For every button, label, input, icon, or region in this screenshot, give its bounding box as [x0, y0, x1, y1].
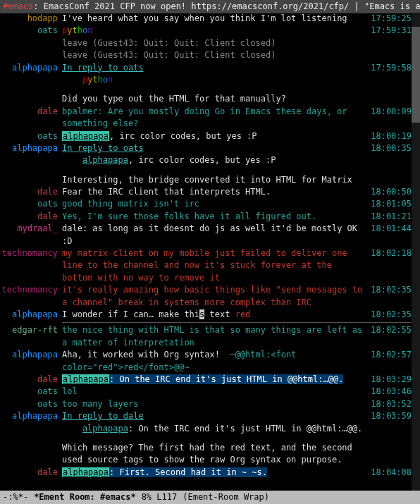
timestamp: 18:01:44	[368, 223, 412, 235]
timestamp: 17:59:25	[368, 13, 412, 25]
message-row: alphapapa Aha, it worked with Org syntax…	[0, 349, 412, 374]
message-row: dale alphapapa: On the IRC end it's just…	[0, 374, 412, 386]
nick: alphapapa	[0, 142, 62, 154]
message-text: too many layers	[62, 398, 368, 410]
message-row: alphapapa I wonder if I can… make this t…	[0, 309, 412, 321]
message-text: alphapapa: First. Second had it in ~ ~s.	[62, 467, 368, 479]
titlebar: #emacs : EmacsConf 2021 CFP now open! ht…	[0, 0, 420, 13]
message-row: oats too many layers 18:03:52	[0, 398, 412, 410]
mention[interactable]: alphapapa	[62, 467, 109, 477]
message-text: In reply to oats alphapapa, irc color co…	[62, 142, 368, 167]
message-text: Did you type out the HTML for that manua…	[62, 86, 368, 105]
mention[interactable]: alphapapa	[62, 374, 109, 384]
message-row: Which message? The first had the red tex…	[0, 435, 412, 467]
timestamp: 17:59:58	[368, 62, 412, 74]
message-text: Which message? The first had the red tex…	[62, 435, 368, 467]
message-row: alphapapa In reply to oats python 17:59:…	[0, 62, 412, 87]
timestamp: 18:02:35	[368, 309, 412, 321]
timestamp: 18:00:50	[368, 186, 412, 198]
leave-notice: leave (Guest43: Quit: Quit: Client close…	[62, 49, 368, 61]
nick: oats	[0, 130, 62, 142]
modeline-buffer: *Ement Room: #emacs*	[34, 491, 136, 503]
message-row: alphapapa In reply to oats alphapapa, ir…	[0, 142, 412, 167]
message-row: alphapapa In reply to dale alphapapa: On…	[0, 410, 412, 435]
mention-link[interactable]: alphapapa	[82, 155, 128, 165]
message-row: hodapp I've heard what you say when you …	[0, 13, 412, 25]
message-row: oats lol 18:03:46	[0, 386, 412, 398]
mention-link[interactable]: alphapapa	[82, 424, 128, 434]
nick: technomancy	[0, 247, 62, 259]
modeline-position: 8% L117	[142, 491, 178, 503]
mention[interactable]: alphapapa	[62, 131, 109, 141]
nick: hodapp	[0, 13, 62, 25]
timestamp: 18:03:46	[368, 386, 412, 398]
message-row: dale Yes, I'm sure those folks have it a…	[0, 211, 412, 223]
message-row: technomancy it's really amazing how basi…	[0, 284, 412, 309]
timestamp: 18:03:52	[368, 398, 412, 410]
timestamp: 18:02:18	[368, 247, 412, 259]
message-text: lol	[62, 386, 368, 398]
leave-notice: leave (Guest43: Quit: Quit: Client close…	[62, 37, 368, 49]
message-text: the nice thing with HTML is that so many…	[62, 324, 368, 349]
timestamp: 18:04:08	[368, 467, 412, 479]
nick: dale	[0, 467, 62, 479]
message-text: dale: as long as it doesnt do js as well…	[62, 223, 368, 247]
timestamp: 18:00:09	[368, 106, 412, 118]
message-row: technomancy my matrix client on my mobil…	[0, 247, 412, 284]
separator	[62, 322, 412, 323]
message-row: edgar-rft the nice thing with HTML is th…	[0, 324, 412, 349]
message-text: In reply to oats python	[62, 62, 368, 87]
message-text: Interesting, the bridge converted it int…	[62, 167, 368, 186]
system-row: leave (Guest43: Quit: Quit: Client close…	[0, 37, 412, 49]
message-row: Interesting, the bridge converted it int…	[0, 167, 412, 186]
nick: alphapapa	[0, 62, 62, 74]
message-row: dale alphapapa: First. Second had it in …	[0, 467, 412, 479]
nick: dale	[0, 374, 62, 386]
nick: alphapapa	[0, 410, 62, 422]
message-row: dale Fear the IRC client that interprets…	[0, 186, 412, 198]
nick: oats	[0, 25, 62, 37]
nick: dale	[0, 186, 62, 198]
scrollbar-thumb[interactable]	[412, 27, 420, 123]
chat-log: hodapp I've heard what you say when you …	[0, 13, 412, 491]
modeline: -:%*- *Ement Room: #emacs* 8% L117 (Emen…	[0, 491, 420, 504]
reply-link[interactable]: In reply to dale	[62, 411, 144, 421]
reply-link[interactable]: In reply to oats	[62, 143, 144, 153]
scrollbar[interactable]	[412, 13, 420, 491]
timestamp: 18:02:35	[368, 284, 412, 296]
timestamp: 18:00:19	[368, 130, 412, 142]
nick: oats	[0, 198, 62, 210]
timestamp: 18:02:57	[368, 349, 412, 361]
timestamp: 18:00:35	[368, 142, 412, 154]
message-text: I wonder if I can… make this text red	[62, 309, 368, 321]
reply-link[interactable]: In reply to oats	[62, 63, 144, 73]
modeline-flags: -:%*-	[3, 491, 28, 503]
message-text: it's really amazing how basic things lik…	[62, 284, 368, 309]
timestamp: 18:03:29	[368, 374, 412, 386]
channel-name: #emacs	[3, 1, 33, 13]
message-text: my matrix client on my mobile just faile…	[62, 247, 368, 284]
timestamp: 18:01:21	[368, 211, 412, 223]
nick: oats	[0, 398, 62, 410]
message-text: python	[62, 25, 368, 37]
nick: mydraal_	[0, 223, 62, 235]
message-text: alphapapa, irc color codes, but yes :P	[62, 130, 368, 142]
message-text: bpalmer: Are you mostly doing Go in Emac…	[62, 106, 368, 130]
nick: alphapapa	[0, 309, 62, 321]
modeline-mode: (Ement-Room Wrap)	[183, 491, 269, 503]
nick: edgar-rft	[0, 324, 62, 336]
timestamp: 18:03:59	[368, 410, 412, 422]
message-row: dale bpalmer: Are you mostly doing Go in…	[0, 106, 412, 130]
nick: technomancy	[0, 284, 62, 296]
message-row: oats python 17:59:31	[0, 25, 412, 37]
message-row: oats alphapapa, irc color codes, but yes…	[0, 130, 412, 142]
message-row: mydraal_ dale: as long as it doesnt do j…	[0, 223, 412, 247]
message-row: oats good thing matrix isn't irc 18:01:0…	[0, 198, 412, 210]
nick: dale	[0, 211, 62, 223]
message-text: good thing matrix isn't irc	[62, 198, 368, 210]
message-text: I've heard what you say when you think I…	[62, 13, 368, 25]
message-text: Fear the IRC client that interprets HTML…	[62, 186, 368, 198]
nick: oats	[0, 386, 62, 398]
timestamp: 18:02:55	[368, 324, 412, 336]
nick: alphapapa	[0, 349, 62, 361]
